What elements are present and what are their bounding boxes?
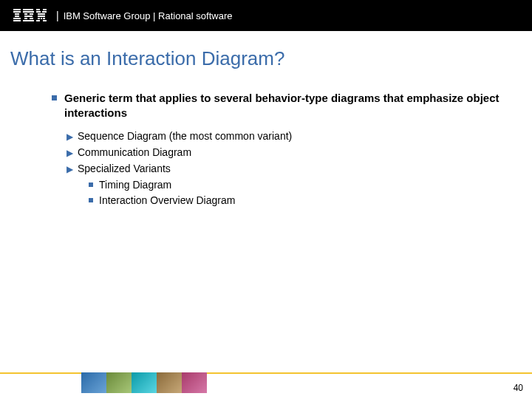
svg-rect-0 <box>13 9 21 10</box>
svg-rect-17 <box>42 11 47 13</box>
svg-rect-19 <box>41 13 45 15</box>
svg-rect-6 <box>23 9 33 10</box>
subsub-item: Timing Diagram <box>89 179 502 191</box>
sub-item-text: Communication Diagram <box>78 146 191 158</box>
square-bullet-icon <box>89 198 93 202</box>
main-bullet-text: Generic term that applies to several beh… <box>64 91 502 121</box>
main-bullet: Generic term that applies to several beh… <box>52 91 502 121</box>
header-text: IBM Software Group | Rational software <box>64 10 233 21</box>
content-area: Generic term that applies to several beh… <box>0 70 532 206</box>
sub-list: ▶ Sequence Diagram (the most common vari… <box>52 130 502 206</box>
footer-tile <box>81 372 106 393</box>
svg-rect-2 <box>15 13 19 15</box>
arrow-icon: ▶ <box>66 148 73 158</box>
svg-rect-15 <box>43 9 47 10</box>
footer-tile <box>157 372 182 393</box>
svg-rect-16 <box>36 11 41 13</box>
footer: 40 <box>0 369 532 399</box>
footer-art <box>81 372 229 393</box>
page-number: 40 <box>514 383 523 393</box>
subsub-list: Timing Diagram Interaction Overview Diag… <box>66 179 502 206</box>
svg-rect-4 <box>13 18 21 19</box>
sub-item: ▶ Communication Diagram <box>66 146 502 158</box>
svg-rect-21 <box>38 18 40 19</box>
footer-tile <box>182 372 207 393</box>
svg-rect-3 <box>15 16 19 17</box>
square-bullet-icon <box>52 95 57 100</box>
footer-tile <box>106 372 132 393</box>
slide-title: What is an Interaction Diagram? <box>0 31 532 70</box>
svg-rect-18 <box>38 13 41 15</box>
square-bullet-icon <box>89 183 93 187</box>
svg-rect-23 <box>43 18 45 19</box>
sub-item: ▶ Sequence Diagram (the most common vari… <box>66 130 502 142</box>
footer-tile <box>132 372 157 393</box>
header-divider: | <box>56 10 59 21</box>
svg-rect-7 <box>23 11 34 13</box>
svg-rect-12 <box>30 18 33 19</box>
svg-rect-1 <box>13 11 21 13</box>
svg-rect-14 <box>36 9 40 10</box>
sub-item: ▶ Specialized Variants <box>66 163 502 174</box>
svg-rect-20 <box>38 16 45 17</box>
ibm-logo <box>13 9 47 22</box>
svg-rect-9 <box>30 13 33 15</box>
sub-item-text: Specialized Variants <box>78 163 171 174</box>
arrow-icon: ▶ <box>66 164 73 174</box>
svg-rect-25 <box>43 20 47 21</box>
svg-rect-11 <box>24 18 27 19</box>
subsub-item-text: Timing Diagram <box>99 179 171 191</box>
svg-rect-24 <box>36 20 40 21</box>
svg-rect-8 <box>24 13 27 15</box>
arrow-icon: ▶ <box>66 132 73 142</box>
sub-item-text: Sequence Diagram (the most common varian… <box>78 130 292 142</box>
svg-rect-13 <box>23 20 34 21</box>
header-bar: | IBM Software Group | Rational software <box>0 0 532 31</box>
svg-rect-10 <box>24 16 33 17</box>
footer-accent-line <box>0 372 532 374</box>
svg-rect-22 <box>41 18 42 19</box>
svg-rect-5 <box>13 20 21 21</box>
subsub-item: Interaction Overview Diagram <box>89 194 502 206</box>
subsub-item-text: Interaction Overview Diagram <box>99 194 235 206</box>
